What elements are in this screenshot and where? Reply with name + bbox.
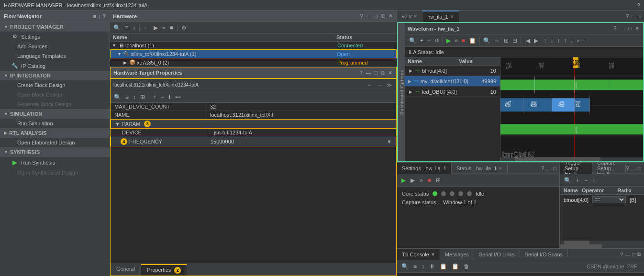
status-tab-close[interactable]: ✕: [499, 166, 502, 171]
htp-remove-btn[interactable]: −: [159, 93, 166, 101]
hw-min-btn[interactable]: —: [365, 13, 372, 20]
wf-remove-btn[interactable]: −: [426, 37, 432, 44]
hw-stop-btn[interactable]: ■: [168, 24, 175, 32]
tree-row-xilinx-tcf[interactable]: ▼ 🔌 xilinx_tcf/Xilinx/1234-tulA (1) Open: [110, 49, 397, 58]
localhost-arrow[interactable]: ▼: [112, 43, 118, 48]
hw-max-btn[interactable]: □: [374, 13, 379, 20]
htp-info-btn[interactable]: ℹ: [167, 93, 172, 101]
param-toggle[interactable]: ▼: [115, 121, 120, 127]
console-expand-btn[interactable]: ≡: [412, 263, 418, 270]
htp-close-btn[interactable]: ✕: [387, 69, 393, 77]
trig-search-btn[interactable]: 🔍: [563, 177, 573, 184]
trigger-hscroll2[interactable]: [560, 244, 644, 248]
tab-hw-ila-1[interactable]: hw_ila_1 ✕: [422, 11, 459, 22]
btnout-expand-icon[interactable]: ▶: [407, 67, 414, 75]
signal-my-divclk[interactable]: ▶ 〰 my_divclk/cnt1[31:0] 49999: [405, 76, 500, 87]
hw-help-btn[interactable]: ?: [359, 13, 364, 20]
wf-up-btn[interactable]: ↑: [562, 37, 568, 44]
htp-search-btn[interactable]: 🔍: [112, 93, 122, 101]
wf-down-btn[interactable]: ↓: [569, 37, 575, 44]
trig-min[interactable]: —: [631, 166, 636, 171]
console-float[interactable]: ⧉: [637, 251, 641, 257]
flow-nav-icon-1[interactable]: ≡: [93, 13, 96, 19]
trigger-setup-tab[interactable]: Trigger Setup - hw_il: [560, 163, 592, 174]
trig-add-btn[interactable]: +: [575, 177, 581, 184]
nav-create-block-design[interactable]: Create Block Design: [4, 80, 110, 90]
wf-back-btn[interactable]: ⟵: [576, 37, 587, 44]
settings-grid-btn[interactable]: ⊞: [434, 177, 442, 184]
console-sort-btn[interactable]: ↕: [420, 263, 426, 270]
console-tab-messages[interactable]: Messages: [440, 249, 474, 260]
nav-ip-catalog[interactable]: 🔧 IP Catalog: [4, 61, 110, 71]
simulation-header[interactable]: ▼ SIMULATION: [0, 109, 110, 119]
hw-settings-btn[interactable]: ⚙: [180, 24, 188, 32]
capture-setup-tab[interactable]: Capture Setup - hw_il: [592, 163, 626, 174]
wf-play-btn[interactable]: ▶: [445, 37, 452, 44]
nav-menu[interactable]: ≫: [385, 82, 393, 88]
tab-hw-ila-close[interactable]: ✕: [450, 14, 454, 19]
trig-remove-btn[interactable]: −: [583, 177, 589, 184]
hw-tab-general[interactable]: General: [111, 264, 141, 276]
console-copy-btn[interactable]: 📋: [438, 263, 448, 270]
tree-row-localhost[interactable]: ▼ 🖥 localhost (1) Connected: [110, 42, 397, 49]
hw-expand-btn[interactable]: ≡: [123, 24, 130, 32]
tab-help[interactable]: ?: [626, 13, 629, 19]
trigger-hscroll-thumb2[interactable]: [560, 244, 602, 248]
console-max[interactable]: □: [632, 252, 635, 257]
wf-zoom-out-btn[interactable]: ⊟: [511, 37, 519, 44]
htp-min-btn[interactable]: —: [365, 69, 372, 76]
top-bar-help[interactable]: ?: [637, 2, 640, 8]
wf-search-btn[interactable]: 🔍: [408, 37, 418, 44]
settings-help[interactable]: ?: [541, 166, 544, 171]
tcl-close[interactable]: ✕: [431, 252, 435, 257]
nav-open-elaborated-design[interactable]: Open Elaborated Design: [4, 138, 110, 147]
console-search-btn[interactable]: 🔍: [400, 263, 410, 270]
trig-help[interactable]: ?: [626, 166, 629, 171]
divclk-expand-icon[interactable]: ▶: [407, 77, 413, 85]
wf-next-btn[interactable]: ↓: [549, 37, 555, 44]
console-tab-tcl[interactable]: Tcl Console ✕: [397, 249, 440, 260]
settings-tab-hw-ila[interactable]: Settings - hw_ila_1: [397, 163, 452, 174]
rtl-header[interactable]: ▶ RTL ANALYSIS: [0, 128, 110, 138]
hw-tab-properties[interactable]: Properties 2: [141, 264, 187, 276]
signal-led-obuf[interactable]: ▶ 〰 led_OBUF[4:0] 10: [405, 87, 500, 97]
console-delete-btn[interactable]: 🗑: [462, 263, 471, 270]
wf-close-btn[interactable]: ✕: [634, 25, 640, 32]
hw-close-btn[interactable]: ✕: [388, 12, 394, 20]
settings-max[interactable]: □: [553, 166, 556, 171]
nav-run-synthesis[interactable]: ▶ Run Synthesis: [4, 157, 110, 168]
freq-dropdown-icon[interactable]: ▼: [387, 139, 392, 144]
status-tab-hw-ila[interactable]: Status - hw_ila_1 ✕: [452, 163, 508, 174]
nav-run-simulation[interactable]: Run Simulation: [4, 119, 110, 128]
console-min[interactable]: —: [625, 252, 630, 257]
wf-first-btn[interactable]: |◀: [523, 37, 532, 44]
trigger-hscroll-thumb[interactable]: [564, 241, 589, 244]
tab-max[interactable]: □: [638, 13, 641, 19]
hw-float-btn[interactable]: ⧉: [380, 12, 386, 20]
tab-v1v[interactable]: v1.v ✕: [397, 11, 422, 22]
hw-search-btn[interactable]: 🔍: [112, 24, 122, 32]
hw-run-btn[interactable]: ▶: [152, 24, 159, 32]
xilinx-tcf-arrow[interactable]: ▼: [117, 52, 123, 56]
trig-op-select[interactable]: == != < >: [592, 196, 626, 203]
wf-add-btn[interactable]: +: [419, 37, 425, 44]
synthesis-header[interactable]: ▼ SYNTHESIS: [0, 147, 110, 157]
trigger-hscroll[interactable]: [560, 241, 644, 244]
prop-frequency[interactable]: 4 FREQUENCY 15000000 ▼: [111, 137, 396, 146]
led-expand-icon[interactable]: ▶: [407, 88, 414, 96]
tab-min[interactable]: —: [631, 13, 636, 19]
nav-add-sources[interactable]: Add Sources: [4, 42, 110, 51]
htp-link-btn[interactable]: ⊷: [174, 93, 182, 101]
settings-min[interactable]: —: [546, 166, 551, 171]
wf-fast-btn[interactable]: »: [453, 37, 459, 44]
nav-forward[interactable]: →: [376, 82, 383, 88]
wf-min-btn[interactable]: —: [619, 25, 626, 32]
waveform-chart[interactable]: 2,046 2,047 2,048 2,049 2,048: [500, 57, 643, 161]
wf-last-btn[interactable]: ▶|: [533, 37, 541, 44]
ip-integrator-header[interactable]: ▼ IP INTEGRATOR: [0, 71, 110, 80]
tab-v1v-close[interactable]: ✕: [413, 14, 417, 19]
trig-btnout-op[interactable]: == != < >: [590, 196, 628, 204]
tree-row-xc7a35t[interactable]: ▶ 📦 xc7a35t_0 (2) Programmed: [110, 58, 397, 66]
htp-max-btn[interactable]: □: [373, 69, 378, 76]
settings-play-btn[interactable]: ▶: [409, 177, 416, 184]
